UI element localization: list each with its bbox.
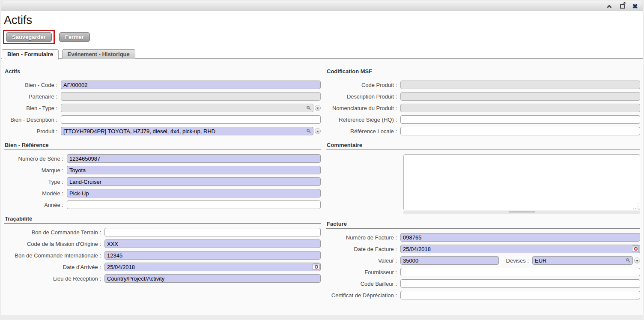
bien-description-input[interactable] bbox=[61, 115, 321, 124]
section-actifs: Actifs Bien - Code : Partenaire : Bien -… bbox=[3, 67, 322, 135]
reference-siege-input[interactable] bbox=[400, 115, 640, 124]
annee-input[interactable] bbox=[67, 200, 321, 209]
description-produit-label: Description Produit : bbox=[326, 93, 400, 100]
comment-textarea[interactable] bbox=[403, 154, 640, 210]
form-content: Actifs Bien - Code : Partenaire : Bien -… bbox=[1, 59, 643, 315]
chevron-up-icon bbox=[607, 5, 611, 9]
collapse-window-icon[interactable] bbox=[606, 3, 613, 9]
dialog-window: ↗ ✖ Actifs Sauvegarder Fermer Bien - For… bbox=[1, 1, 643, 315]
expand-window-icon[interactable]: ↗ bbox=[619, 3, 626, 9]
certificat-input[interactable] bbox=[400, 291, 640, 299]
lieu-reception-input[interactable] bbox=[104, 274, 321, 283]
reference-locale-input[interactable] bbox=[400, 127, 640, 135]
field-row-bien-type: Bien - Type : bbox=[4, 104, 321, 112]
field-row-bon-commande-internationale: Bon de Commande Internationale : bbox=[4, 251, 321, 260]
field-row-description-produit: Description Produit : bbox=[326, 92, 640, 101]
numero-facture-input[interactable] bbox=[400, 233, 640, 242]
valeur-label: Valeur : bbox=[326, 257, 400, 264]
valeur-input[interactable] bbox=[400, 256, 499, 265]
date-arrivee-input[interactable] bbox=[104, 263, 321, 271]
date-facture-label: Date de Facture : bbox=[326, 246, 400, 252]
code-produit-input bbox=[400, 81, 640, 89]
field-row-bien-description: Bien - Description : bbox=[4, 115, 321, 124]
field-row-numero-serie: Numéro de Série : bbox=[4, 154, 321, 163]
tab-evenement-historique[interactable]: Evénement - Historique bbox=[62, 49, 135, 59]
code-mission-label: Code de la Mission d'Origine : bbox=[4, 241, 104, 247]
close-icon: ✖ bbox=[632, 3, 638, 9]
field-row-type: Type : bbox=[4, 177, 321, 186]
code-mission-input[interactable] bbox=[104, 239, 321, 248]
annee-label: Année : bbox=[4, 202, 67, 208]
code-bailleur-label: Code Bailleur : bbox=[326, 281, 400, 287]
section-tracabilite: Traçabilité Bon de Commande Terrain : Co… bbox=[3, 215, 322, 283]
section-codification-msf-title: Codification MSF bbox=[326, 67, 640, 76]
code-bailleur-input[interactable] bbox=[400, 279, 640, 288]
field-row-marque: Marque : bbox=[4, 166, 321, 174]
marque-input[interactable] bbox=[67, 166, 321, 174]
field-row-fournisseur: Fournisseur : bbox=[326, 268, 640, 276]
textarea-resize-grip-icon bbox=[638, 208, 638, 209]
annotation-highlight-box: Sauvegarder bbox=[3, 30, 55, 44]
type-input[interactable] bbox=[67, 177, 321, 186]
field-row-date-arrivee: Date d'Arrivée : bbox=[4, 263, 321, 271]
section-bien-reference: Bien - Référence Numéro de Série : Marqu… bbox=[3, 141, 322, 209]
bon-commande-internationale-input[interactable] bbox=[104, 251, 321, 260]
devises-dropdown-button[interactable] bbox=[634, 257, 640, 263]
fournisseur-input[interactable] bbox=[400, 268, 640, 276]
bon-commande-terrain-label: Bon de Commande Terrain : bbox=[4, 229, 104, 236]
produit-dropdown-button[interactable] bbox=[315, 128, 321, 134]
save-button[interactable]: Sauvegarder bbox=[6, 32, 52, 42]
bien-code-input[interactable] bbox=[61, 81, 321, 89]
section-commentaire: Commentaire bbox=[325, 141, 641, 214]
section-bien-reference-title: Bien - Référence bbox=[4, 141, 321, 150]
field-row-annee: Année : bbox=[4, 200, 321, 209]
reference-siege-label: Référence Siège (HQ) : bbox=[326, 117, 400, 123]
section-codification-msf: Codification MSF Code Produit : Descript… bbox=[325, 67, 641, 135]
tab-bien-formulaire[interactable]: Bien - Formulaire bbox=[2, 49, 59, 60]
bien-type-dropdown-button[interactable] bbox=[315, 105, 321, 111]
resize-grip-icon bbox=[509, 211, 535, 214]
field-row-reference-locale: Référence Locale : bbox=[326, 127, 640, 135]
close-button[interactable]: Fermer bbox=[59, 32, 90, 42]
search-icon bbox=[307, 106, 310, 109]
search-icon bbox=[626, 258, 629, 261]
section-facture-title: Facture bbox=[326, 220, 640, 229]
calendar-icon[interactable] bbox=[313, 263, 319, 270]
partenaire-label: Partenaire : bbox=[4, 93, 61, 100]
devises-label: Devises : bbox=[499, 257, 532, 264]
section-facture: Facture Numéro de Facture : Date de Fact… bbox=[325, 220, 641, 299]
field-row-bon-commande-terrain: Bon de Commande Terrain : bbox=[4, 228, 321, 236]
section-actifs-title: Actifs bbox=[4, 67, 321, 76]
reference-locale-label: Référence Locale : bbox=[326, 128, 400, 135]
devises-input[interactable] bbox=[532, 256, 633, 265]
field-row-certificat: Certificat de Dépréciation : bbox=[326, 291, 640, 299]
field-row-lieu-reception: Lieu de Réception : bbox=[4, 274, 321, 283]
date-facture-input[interactable] bbox=[400, 245, 640, 253]
page-title: Actifs bbox=[1, 11, 643, 27]
numero-serie-input[interactable] bbox=[67, 154, 321, 163]
produit-input[interactable] bbox=[61, 127, 313, 135]
type-label: Type : bbox=[4, 179, 67, 185]
close-window-icon[interactable]: ✖ bbox=[632, 3, 638, 9]
field-row-reference-siege: Référence Siège (HQ) : bbox=[326, 115, 640, 124]
fournisseur-label: Fournisseur : bbox=[326, 269, 400, 275]
marque-label: Marque : bbox=[4, 167, 67, 173]
calendar-icon[interactable] bbox=[632, 245, 639, 252]
window-titlebar: ↗ ✖ bbox=[1, 1, 643, 11]
description-produit-input bbox=[400, 92, 640, 101]
date-arrivee-label: Date d'Arrivée : bbox=[4, 264, 104, 270]
toolbar: Sauvegarder Fermer bbox=[1, 27, 643, 45]
field-row-nomenclature: Nomenclature du Produit : bbox=[326, 104, 640, 112]
code-produit-label: Code Produit : bbox=[326, 82, 400, 88]
bon-commande-terrain-input[interactable] bbox=[104, 228, 321, 236]
textarea-resize-bar[interactable] bbox=[403, 211, 640, 214]
field-row-code-mission: Code de la Mission d'Origine : bbox=[4, 239, 321, 248]
bien-description-label: Bien - Description : bbox=[4, 117, 61, 123]
numero-facture-label: Numéro de Facture : bbox=[326, 234, 400, 241]
section-commentaire-title: Commentaire bbox=[326, 141, 640, 150]
field-row-modele: Modèle : bbox=[4, 189, 321, 197]
numero-serie-label: Numéro de Série : bbox=[4, 156, 67, 162]
field-row-numero-facture: Numéro de Facture : bbox=[326, 233, 640, 242]
modele-input[interactable] bbox=[67, 189, 321, 197]
left-column: Actifs Bien - Code : Partenaire : Bien -… bbox=[1, 59, 323, 315]
